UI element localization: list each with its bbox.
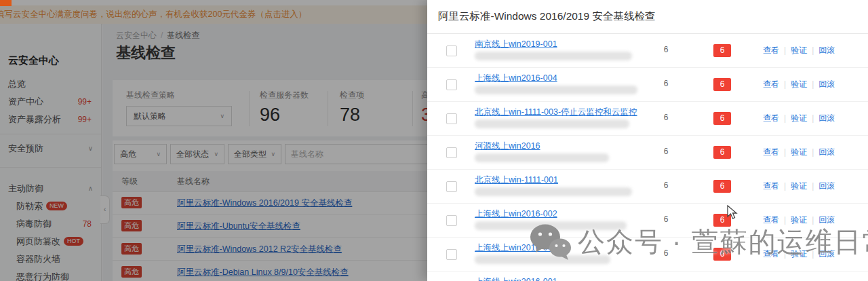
risk-count-badge: 6 bbox=[713, 248, 731, 261]
row-checkbox[interactable] bbox=[446, 79, 457, 90]
check-count: 6 bbox=[658, 181, 674, 190]
view-action[interactable]: 查看 bbox=[763, 45, 779, 55]
check-count: 6 bbox=[658, 113, 674, 122]
divider: | bbox=[812, 181, 814, 191]
window-accent-block bbox=[0, 0, 12, 6]
risk-count-badge: 6 bbox=[713, 146, 731, 159]
divider: | bbox=[784, 113, 786, 123]
rollback-action[interactable]: 回滚 bbox=[818, 249, 835, 259]
row-actions: 查看|验证|回滚 bbox=[763, 113, 835, 124]
row-actions: 查看|验证|回滚 bbox=[763, 147, 835, 158]
risk-count-badge: 6 bbox=[713, 180, 731, 193]
view-action[interactable]: 查看 bbox=[763, 181, 779, 191]
divider: | bbox=[784, 79, 786, 89]
redacted-server-info bbox=[475, 187, 632, 196]
divider: | bbox=[784, 45, 786, 55]
dim-overlay[interactable] bbox=[0, 0, 429, 281]
row-actions: 查看|验证|回滚 bbox=[763, 181, 835, 192]
check-count: 6 bbox=[658, 147, 674, 156]
verify-action[interactable]: 验证 bbox=[791, 249, 807, 259]
view-action[interactable]: 查看 bbox=[763, 215, 779, 225]
server-row: 南京线上win2019-001 6 6 查看|验证|回滚 bbox=[427, 34, 868, 68]
verify-action[interactable]: 验证 bbox=[791, 113, 807, 123]
server-row: 北京线上win-1111-001 6 6 查看|验证|回滚 bbox=[427, 170, 868, 204]
drawer-title: 阿里云标准-Windows 2016/2019 安全基线检查 bbox=[427, 0, 868, 34]
divider: | bbox=[784, 181, 786, 191]
row-actions: 查看|验证|回滚 bbox=[763, 214, 835, 226]
divider: | bbox=[812, 79, 814, 89]
row-checkbox[interactable] bbox=[446, 249, 457, 260]
divider: | bbox=[784, 147, 786, 157]
divider: | bbox=[812, 215, 814, 225]
row-checkbox[interactable] bbox=[446, 147, 457, 158]
rollback-action[interactable]: 回滚 bbox=[818, 181, 835, 191]
row-actions: 查看|验证|回滚 bbox=[763, 79, 835, 90]
risk-count-badge: 6 bbox=[713, 112, 731, 125]
server-link[interactable]: 北京线上win-1111-001 bbox=[475, 174, 558, 186]
redacted-server-info bbox=[475, 52, 632, 60]
check-count: 6 bbox=[658, 214, 674, 224]
server-link[interactable]: 上海线上win2016-004 bbox=[475, 73, 557, 84]
server-link[interactable]: 上海线上win2016-005 bbox=[475, 242, 557, 254]
server-row: 北京线上win-1111-003-停止云监控和云监控 6 6 查看|验证|回滚 bbox=[427, 102, 868, 136]
row-checkbox[interactable] bbox=[446, 181, 457, 192]
server-row: 上海线上win2016-002 6 6 查看|验证|回滚 bbox=[427, 204, 868, 238]
view-action[interactable]: 查看 bbox=[763, 113, 779, 123]
server-link[interactable]: 北京线上win-1111-003-停止云监控和云监控 bbox=[475, 107, 637, 118]
row-checkbox[interactable] bbox=[446, 45, 457, 56]
divider: | bbox=[784, 215, 786, 225]
row-checkbox[interactable] bbox=[446, 113, 457, 124]
verify-action[interactable]: 验证 bbox=[791, 45, 807, 55]
redacted-server-info bbox=[475, 119, 629, 128]
server-link[interactable]: 上海线上win2016-001 bbox=[475, 276, 557, 281]
server-list: 南京线上win2019-001 6 6 查看|验证|回滚 上海线上win2016… bbox=[427, 34, 868, 281]
divider: | bbox=[784, 249, 786, 259]
verify-action[interactable]: 验证 bbox=[791, 215, 807, 225]
server-link[interactable]: 上海线上win2016-002 bbox=[475, 208, 557, 220]
server-row: 河源线上win2016 6 6 查看|验证|回滚 bbox=[427, 136, 868, 170]
row-actions: 查看|验证|回滚 bbox=[763, 248, 835, 260]
check-count: 6 bbox=[658, 45, 674, 54]
verify-action[interactable]: 验证 bbox=[791, 79, 807, 89]
verify-action[interactable]: 验证 bbox=[791, 181, 807, 191]
rollback-action[interactable]: 回滚 bbox=[818, 45, 835, 55]
server-row: 上海线上win2016-005 6 6 查看|验证|回滚 bbox=[427, 238, 868, 271]
divider: | bbox=[812, 113, 814, 123]
view-action[interactable]: 查看 bbox=[763, 249, 779, 259]
view-action[interactable]: 查看 bbox=[763, 79, 779, 89]
rollback-action[interactable]: 回滚 bbox=[818, 147, 835, 157]
divider: | bbox=[812, 45, 814, 55]
server-row: 上海线上win2016-004 6 6 查看|验证|回滚 bbox=[427, 68, 868, 102]
redacted-server-info bbox=[475, 153, 609, 162]
server-link[interactable]: 河源线上win2016 bbox=[475, 140, 540, 152]
divider: | bbox=[812, 147, 814, 157]
risk-count-badge: 6 bbox=[713, 78, 731, 91]
check-count: 6 bbox=[658, 79, 674, 88]
screen: 填写云安全中心满意度问卷，说出您的心声，有机会收获200元代金券（点击进入） 云… bbox=[0, 0, 868, 281]
redacted-server-info bbox=[475, 255, 610, 264]
verify-action[interactable]: 验证 bbox=[791, 147, 807, 157]
server-row: 上海线上win2016-001 6 6 查看|验证|回滚 bbox=[427, 271, 868, 281]
rollback-action[interactable]: 回滚 bbox=[818, 113, 835, 123]
server-link[interactable]: 南京线上win2019-001 bbox=[475, 39, 557, 50]
baseline-detail-drawer: 阿里云标准-Windows 2016/2019 安全基线检查 南京线上win20… bbox=[427, 0, 868, 281]
risk-count-badge: 6 bbox=[713, 44, 731, 57]
row-checkbox[interactable] bbox=[446, 215, 457, 226]
divider: | bbox=[812, 249, 814, 259]
mouse-cursor bbox=[727, 205, 739, 220]
redacted-server-info bbox=[475, 221, 627, 230]
rollback-action[interactable]: 回滚 bbox=[818, 79, 835, 89]
view-action[interactable]: 查看 bbox=[763, 147, 779, 157]
check-count: 6 bbox=[658, 248, 674, 258]
rollback-action[interactable]: 回滚 bbox=[818, 215, 835, 225]
row-actions: 查看|验证|回滚 bbox=[763, 45, 835, 56]
redacted-server-info bbox=[475, 86, 637, 94]
